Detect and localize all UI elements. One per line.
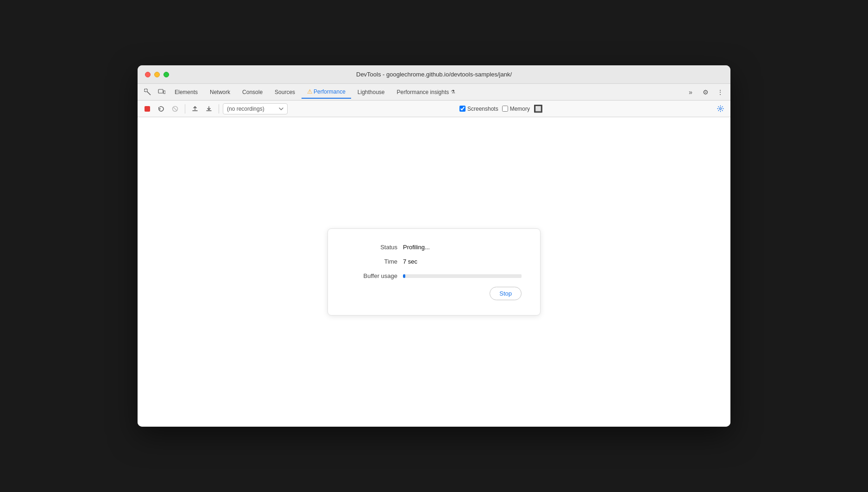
svg-rect-0 [145, 89, 147, 92]
svg-rect-3 [164, 91, 165, 94]
performance-insights-icon: ⚗ [451, 89, 455, 95]
buffer-bar-fill [403, 274, 405, 278]
time-value: 7 sec [403, 258, 417, 265]
minimize-button[interactable] [154, 72, 160, 77]
more-tabs-button[interactable]: » [684, 86, 697, 99]
status-value: Profiling... [403, 244, 430, 251]
buffer-label: Buffer usage [346, 272, 397, 279]
svg-line-1 [147, 92, 151, 95]
screenshots-checkbox[interactable] [459, 106, 465, 112]
dropdown-chevron-icon [279, 107, 283, 110]
maximize-button[interactable] [164, 72, 169, 77]
memory-checkbox[interactable] [502, 106, 508, 112]
tab-bar: Elements Network Console Sources ⚠ Perfo… [138, 84, 730, 101]
tab-console[interactable]: Console [237, 86, 268, 99]
memory-checkbox-label[interactable]: Memory [502, 106, 530, 112]
title-bar: DevTools - googlechrome.github.io/devtoo… [138, 65, 730, 84]
reload-profile-button[interactable] [155, 103, 167, 115]
time-row: Time 7 sec [346, 258, 522, 265]
main-content: Status Profiling... Time 7 sec Buffer us… [138, 117, 730, 427]
window-title: DevTools - googlechrome.github.io/devtoo… [356, 71, 512, 78]
devtools-settings-button[interactable]: ⚙ [699, 86, 712, 99]
clear-button[interactable] [169, 103, 181, 115]
svg-point-7 [720, 108, 722, 110]
toolbar-separator-1 [185, 104, 185, 114]
profiling-dialog: Status Profiling... Time 7 sec Buffer us… [327, 228, 541, 315]
tab-network[interactable]: Network [204, 86, 236, 99]
stop-button-row: Stop [346, 287, 522, 300]
time-label: Time [346, 258, 397, 265]
download-profile-button[interactable] [203, 103, 215, 115]
devtools-window: DevTools - googlechrome.github.io/devtoo… [138, 65, 730, 427]
status-row: Status Profiling... [346, 244, 522, 251]
toolbar-separator-2 [219, 104, 219, 114]
device-toolbar-icon[interactable] [155, 86, 168, 99]
svg-line-6 [174, 107, 177, 110]
screenshots-checkbox-label[interactable]: Screenshots [459, 106, 498, 112]
inspect-element-icon[interactable] [141, 86, 154, 99]
devtools-menu-button[interactable]: ⋮ [714, 86, 727, 99]
toolbar-end: Screenshots Memory 🔲 [459, 104, 543, 113]
close-button[interactable] [145, 72, 151, 77]
buffer-row: Buffer usage [346, 272, 522, 279]
tab-end-icons: » ⚙ ⋮ [684, 86, 727, 99]
tab-performance-insights[interactable]: Performance insights ⚗ [391, 86, 461, 99]
stop-button[interactable]: Stop [490, 287, 522, 300]
performance-toolbar: (no recordings) Screenshots Memory 🔲 [138, 101, 730, 117]
buffer-bar-container [403, 274, 522, 278]
performance-warning-icon: ⚠ [307, 88, 313, 95]
tab-performance[interactable]: ⚠ Performance [302, 86, 351, 99]
tab-sources[interactable]: Sources [269, 86, 301, 99]
svg-rect-4 [145, 106, 150, 112]
record-button[interactable] [141, 103, 153, 115]
recordings-dropdown[interactable]: (no recordings) [223, 103, 288, 114]
svg-rect-2 [158, 89, 163, 93]
performance-settings-button[interactable] [715, 103, 727, 115]
upload-profile-button[interactable] [189, 103, 201, 115]
tab-elements[interactable]: Elements [169, 86, 203, 99]
traffic-lights [145, 72, 169, 77]
memory-detail-icon: 🔲 [534, 104, 543, 113]
tab-lighthouse[interactable]: Lighthouse [352, 86, 390, 99]
status-label: Status [346, 244, 397, 251]
